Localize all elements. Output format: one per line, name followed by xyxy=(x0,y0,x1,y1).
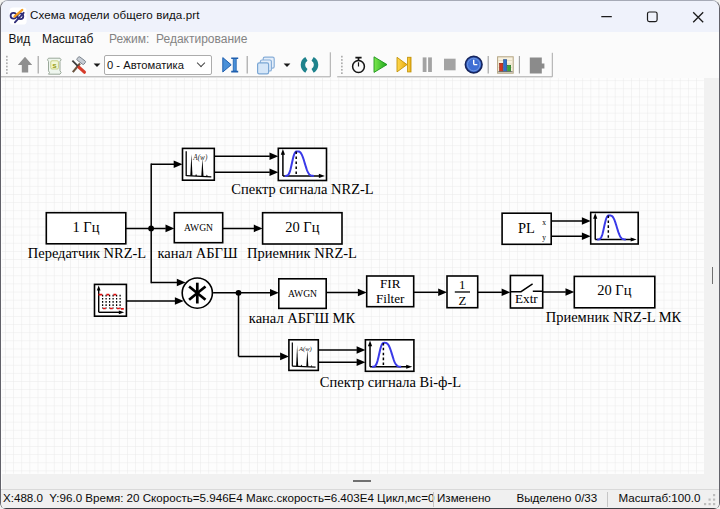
svg-text:Z: Z xyxy=(458,294,466,308)
svg-text:Приемник NRZ-L: Приемник NRZ-L xyxy=(247,245,357,261)
svg-text:20 Гц: 20 Гц xyxy=(285,219,319,235)
svg-text:s: s xyxy=(52,61,57,70)
svg-text:Спектр сигнала Bi-ф-L: Спектр сигнала Bi-ф-L xyxy=(320,374,461,390)
svg-text:Спектр сигнала NRZ-L: Спектр сигнала NRZ-L xyxy=(231,181,373,197)
svg-text:канал АБГШ МК: канал АБГШ МК xyxy=(249,310,356,326)
svg-text:Приемник NRZ-L МК: Приемник NRZ-L МК xyxy=(546,309,682,325)
svg-text:1: 1 xyxy=(459,278,465,292)
svg-text:Extr: Extr xyxy=(515,291,538,306)
svg-text:PL: PL xyxy=(518,220,535,236)
svg-text:20 Гц: 20 Гц xyxy=(597,282,631,298)
svg-text:x: x xyxy=(542,218,546,227)
svg-text:AWGN: AWGN xyxy=(184,222,213,233)
svg-text:AWGN: AWGN xyxy=(288,288,317,299)
svg-text:FIR: FIR xyxy=(380,276,401,291)
svg-text:y: y xyxy=(542,233,546,242)
svg-text:канал АБГШ: канал АБГШ xyxy=(157,245,238,261)
svg-text:1 Гц: 1 Гц xyxy=(73,219,100,235)
svg-text:Передатчик NRZ-L: Передатчик NRZ-L xyxy=(28,245,146,261)
svg-text:Filter: Filter xyxy=(376,291,405,306)
